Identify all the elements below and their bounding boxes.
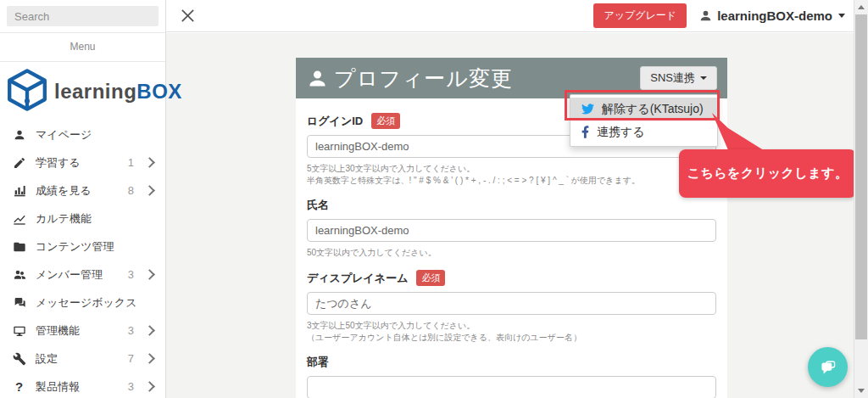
username-label: learningBOX-demo	[717, 8, 832, 23]
item-count-badge: 3	[128, 268, 134, 281]
full-name-input[interactable]	[307, 219, 716, 242]
item-count-badge: 3	[128, 380, 134, 393]
question-icon: ?	[12, 379, 26, 394]
sidebar-item-label: 管理機能	[36, 323, 80, 339]
sidebar-item-label: コンテンツ管理	[36, 239, 114, 255]
sidebar-item-messagebox[interactable]: メッセージボックス	[0, 289, 165, 317]
users-icon	[12, 267, 26, 282]
sidebar-item-learn[interactable]: 学習する 1	[0, 149, 165, 177]
search-input[interactable]	[7, 6, 159, 26]
sidebar: Menu learningBOX マイページ	[0, 0, 166, 398]
item-count-badge: 1	[128, 156, 134, 169]
logo-text: learningBOX	[54, 80, 182, 104]
chevron-right-icon	[144, 185, 155, 196]
annotation-callout: こちらをクリックします。	[679, 149, 856, 198]
page-title: プロフィール変更	[334, 64, 513, 92]
dropdown-item-label: 解除する(KTatsujo)	[602, 102, 704, 117]
pencil-icon	[12, 155, 26, 170]
user-icon	[698, 8, 713, 23]
scrollbar-up-arrow-icon[interactable]	[858, 5, 865, 9]
user-icon	[306, 67, 329, 90]
chevron-right-icon	[144, 157, 155, 168]
chat-bubble-icon	[817, 356, 839, 378]
app-window: Menu learningBOX マイページ	[0, 0, 868, 398]
display-name-input[interactable]	[307, 292, 716, 315]
department-field-group: 部署	[307, 355, 716, 398]
department-label: 部署	[307, 355, 329, 370]
full-name-label: 氏名	[307, 198, 329, 213]
scrollbar-thumb[interactable]	[855, 14, 867, 339]
logo-cube-icon	[5, 68, 49, 115]
sidebar-item-label: 製品情報	[36, 379, 80, 395]
sidebar-nav: マイページ 学習する 1 成績を見る 8	[0, 121, 165, 398]
sns-link-dropdown-button[interactable]: SNS連携	[640, 66, 717, 90]
user-icon	[12, 127, 26, 142]
annotation-callout-text: こちらをクリックします。	[687, 165, 849, 182]
main-content: プロフィール変更 SNS連携 ログインID 必須 5文字以上30文字以内で入力し…	[166, 33, 854, 398]
sidebar-item-label: 学習する	[36, 155, 81, 171]
sidebar-item-label: マイページ	[36, 127, 92, 143]
bar-chart-icon	[12, 183, 26, 198]
folder-icon	[12, 239, 26, 254]
wrench-icon	[12, 351, 26, 366]
login-id-label: ログインID	[307, 114, 363, 129]
help-text: 5文字以上30文字以内で入力してください。	[307, 163, 716, 174]
sidebar-item-label: 成績を見る	[36, 183, 92, 199]
required-badge: 必須	[416, 270, 445, 286]
display-name-label: ディスプレイネーム	[307, 271, 408, 286]
sns-dropdown-item-facebook-connect[interactable]: 連携する	[570, 121, 717, 143]
sns-dropdown-menu: 解除する(KTatsujo) 連携する	[570, 94, 718, 147]
full-name-field-group: 氏名 50文字以内で入力してください。	[307, 198, 716, 258]
help-text: 半角英数字と特殊文字は、! " # $ % & ' ( ) * + , - . …	[307, 175, 716, 186]
sidebar-toggle-close-icon[interactable]	[176, 5, 198, 27]
logo[interactable]: learningBOX	[0, 62, 165, 121]
dropdown-item-label: 連携する	[597, 125, 645, 140]
item-count-badge: 8	[128, 184, 134, 197]
monitor-icon	[12, 323, 26, 338]
twitter-icon	[581, 103, 594, 115]
department-input[interactable]	[307, 376, 716, 398]
line-chart-icon	[12, 211, 26, 226]
user-menu[interactable]: learningBOX-demo	[698, 8, 845, 23]
sidebar-item-label: カルテ機能	[36, 211, 92, 227]
display-name-field-group: ディスプレイネーム 必須 3文字以上50文字以内で入力してください。 （ユーザー…	[307, 270, 716, 343]
sidebar-item-label: メッセージボックス	[36, 295, 136, 311]
scrollbar[interactable]	[854, 0, 868, 398]
sidebar-item-admin[interactable]: 管理機能 3	[0, 317, 165, 345]
sns-dropdown-item-twitter-disconnect[interactable]: 解除する(KTatsujo)	[570, 98, 717, 121]
sidebar-item-contents[interactable]: コンテンツ管理	[0, 233, 165, 261]
scrollbar-down-arrow-icon[interactable]	[858, 389, 865, 393]
chevron-right-icon	[144, 381, 155, 392]
chevron-right-icon	[144, 325, 155, 336]
caret-down-icon	[700, 76, 707, 80]
sidebar-item-product-info[interactable]: ? 製品情報 3	[0, 373, 165, 398]
sidebar-search	[0, 0, 165, 33]
caret-down-icon	[838, 14, 845, 18]
sidebar-item-karte[interactable]: カルテ機能	[0, 205, 165, 233]
sidebar-item-settings[interactable]: 設定 7	[0, 345, 165, 373]
required-badge: 必須	[371, 113, 400, 129]
help-text: 50文字以内で入力してください。	[307, 247, 716, 258]
comments-icon	[12, 295, 26, 310]
sidebar-item-label: メンバー管理	[36, 267, 103, 283]
facebook-icon	[581, 126, 589, 138]
menu-label: Menu	[0, 33, 165, 62]
help-text: 3文字以上50文字以内で入力してください。	[307, 320, 716, 331]
sidebar-item-members[interactable]: メンバー管理 3	[0, 261, 165, 289]
sidebar-item-label: 設定	[36, 351, 58, 367]
sidebar-item-mypage[interactable]: マイページ	[0, 121, 165, 149]
item-count-badge: 7	[128, 352, 134, 365]
chevron-right-icon	[144, 353, 155, 364]
upgrade-button[interactable]: アップグレード	[593, 3, 687, 28]
sidebar-item-grades[interactable]: 成績を見る 8	[0, 177, 165, 205]
topbar: アップグレード learningBOX-demo	[166, 0, 854, 32]
help-text: （ユーザーアカウント自体とは別に設定できる、表向けのユーザー名）	[307, 332, 716, 343]
panel-header: プロフィール変更 SNS連携	[296, 58, 727, 98]
chat-widget-button[interactable]	[808, 347, 848, 387]
item-count-badge: 3	[128, 324, 134, 337]
chevron-right-icon	[144, 269, 155, 280]
